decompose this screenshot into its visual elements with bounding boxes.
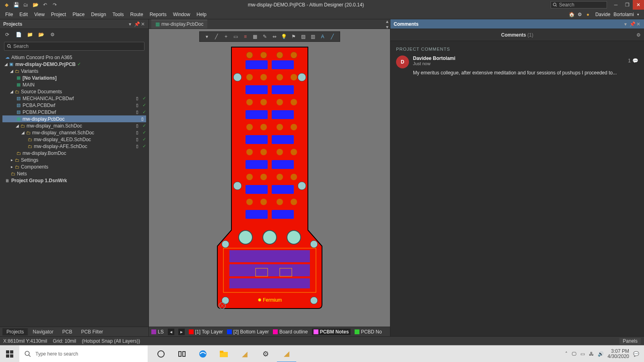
- minimize-button[interactable]: ─: [610, 0, 621, 10]
- report-icon[interactable]: ▥: [310, 34, 316, 39]
- tree-file-pcba[interactable]: ▧PCBA.PCBDwf▯✓: [2, 102, 146, 109]
- cortana-icon[interactable]: [151, 346, 171, 362]
- layer-prev-icon[interactable]: ◂: [168, 329, 174, 335]
- tree-file-mainsch[interactable]: ◢🗀mw-display_main.SchDoc▯✓: [2, 122, 146, 129]
- undo-icon[interactable]: ↶: [42, 2, 48, 8]
- user-dropdown-icon[interactable]: ▾: [637, 12, 639, 16]
- line-icon[interactable]: ╱: [329, 34, 336, 39]
- tab-projects[interactable]: Projects: [2, 328, 28, 335]
- open-icon[interactable]: 📂: [32, 2, 39, 8]
- tree-settings[interactable]: ▸🗀Settings: [2, 156, 146, 163]
- user-avatar-icon[interactable]: ●: [586, 12, 592, 17]
- pcb-canvas[interactable]: ✹ Fermium: [149, 29, 390, 327]
- tab-pcb[interactable]: PCB: [58, 328, 76, 335]
- tree-no-variations[interactable]: ▦[No Variations]: [2, 74, 146, 81]
- align-icon[interactable]: ≡: [242, 34, 249, 39]
- tool-folder-icon[interactable]: 📁: [27, 32, 33, 37]
- tree-file-chsch[interactable]: ◢🗀mw-display_channel.SchDoc▯✓: [2, 129, 146, 136]
- collapse-icon[interactable]: ◢: [21, 130, 25, 135]
- home-icon[interactable]: 🏠: [569, 12, 574, 17]
- collapse-icon[interactable]: ◢: [4, 62, 8, 66]
- menu-help[interactable]: Help: [194, 11, 209, 18]
- tray-display-icon[interactable]: 🖵: [572, 351, 576, 357]
- panel-close-icon[interactable]: ✕: [140, 21, 145, 27]
- explorer-icon[interactable]: [214, 346, 233, 362]
- tree-project-group[interactable]: 🗎Project Group 1.DsnWrk: [2, 177, 146, 184]
- settings-app-icon[interactable]: ⚙: [256, 346, 275, 362]
- tray-volume-icon[interactable]: 🔊: [598, 351, 604, 357]
- tree-file-bom[interactable]: 🗀mw-display.BomDoc: [2, 150, 146, 156]
- ls-label[interactable]: LS: [158, 329, 164, 335]
- menu-view[interactable]: View: [31, 11, 47, 18]
- tree-file-ledsch[interactable]: 🗀mw-display_4LED.SchDoc▯✓: [2, 136, 146, 143]
- tab-scroll[interactable]: ▴▾: [384, 19, 390, 30]
- tab-pcbfilter[interactable]: PCB Filter: [77, 328, 107, 335]
- maximize-button[interactable]: ❐: [621, 0, 633, 10]
- tree-main-variant[interactable]: ▦MAIN: [2, 81, 146, 88]
- flag-icon[interactable]: ⚑: [291, 34, 297, 39]
- refresh-icon[interactable]: ⟳: [4, 32, 10, 37]
- settings-icon[interactable]: ⚙: [578, 12, 583, 17]
- comp-icon[interactable]: ▦: [252, 34, 258, 39]
- tool-folder2-icon[interactable]: 📂: [38, 32, 44, 37]
- altium-icon[interactable]: ◢: [235, 346, 254, 362]
- menu-file[interactable]: File: [2, 11, 16, 18]
- layer-outline[interactable]: Board outline: [273, 329, 308, 335]
- dim-icon[interactable]: ⇔: [271, 34, 278, 39]
- collapse-icon[interactable]: ◢: [10, 69, 14, 73]
- tree-variants[interactable]: ◢🗀Variants: [2, 68, 146, 74]
- redo-icon[interactable]: ↷: [52, 2, 58, 8]
- menu-route[interactable]: Route: [128, 11, 146, 18]
- menu-reports[interactable]: Reports: [147, 11, 169, 18]
- taskbar-search[interactable]: Type here to search: [19, 346, 148, 362]
- filter-icon[interactable]: ▾: [204, 34, 210, 39]
- menu-window[interactable]: Window: [170, 11, 193, 18]
- comment-item[interactable]: D Davidee Bortolami Just now 1 💬 My emer…: [396, 56, 638, 76]
- tree-project[interactable]: ◢▣mw-display-DEMO.PrjPCB✓: [2, 61, 146, 68]
- close-button[interactable]: ✕: [633, 0, 644, 10]
- tab-navigator[interactable]: Navigator: [29, 328, 57, 335]
- tray-battery-icon[interactable]: ▭: [580, 351, 585, 357]
- expand-icon[interactable]: ▸: [10, 165, 14, 169]
- menu-design[interactable]: Design: [88, 11, 109, 18]
- tree-file-pcbm[interactable]: ▧PCBM.PCBDwf▯✓: [2, 109, 146, 115]
- menu-tools[interactable]: Tools: [110, 11, 127, 18]
- layer-bottom[interactable]: [2] Bottom Layer: [227, 329, 269, 335]
- panel-pin-icon[interactable]: 📌: [630, 21, 634, 27]
- route-icon[interactable]: ╱: [213, 34, 220, 39]
- tray-chevron-icon[interactable]: ˄: [565, 351, 568, 357]
- tool-gear-icon[interactable]: ⚙: [49, 32, 56, 37]
- tree-source-docs[interactable]: ◢🗀Source Documents: [2, 88, 146, 95]
- global-search[interactable]: Search: [551, 1, 607, 8]
- gear-icon[interactable]: ⚙: [636, 32, 641, 38]
- tree-file-afesch[interactable]: 🗀mw-display-AFE.SchDoc▯✓: [2, 143, 146, 150]
- save-icon[interactable]: 💾: [13, 2, 19, 8]
- tool-sheet-icon[interactable]: 📄: [15, 32, 22, 37]
- layer-pcbmnotes[interactable]: PCBM Notes: [312, 329, 351, 335]
- layer-top[interactable]: [1] Top Layer: [189, 329, 223, 335]
- panel-dropdown-icon[interactable]: ▾: [623, 21, 628, 27]
- rect-icon[interactable]: ▭: [233, 34, 239, 39]
- panel-close-icon[interactable]: ✕: [636, 21, 641, 27]
- menu-edit[interactable]: Edit: [17, 11, 31, 18]
- tree-cloud-root[interactable]: ☁Altium Concord Pro on A365: [2, 54, 146, 61]
- menu-project[interactable]: Project: [48, 11, 69, 18]
- tree-file-pcbdoc[interactable]: ▦mw-display.PcbDoc▯: [2, 115, 146, 122]
- taskview-icon[interactable]: [172, 346, 192, 362]
- projects-search[interactable]: Search: [4, 42, 144, 51]
- document-tab-pcbdoc[interactable]: ▦ mw-display.PcbDoc: [151, 20, 207, 29]
- panel-dropdown-icon[interactable]: ▾: [128, 21, 132, 27]
- menu-place[interactable]: Place: [70, 11, 87, 18]
- measure-icon[interactable]: ✎: [262, 34, 268, 39]
- start-button[interactable]: [0, 346, 19, 362]
- tray-network-icon[interactable]: 🖧: [589, 351, 594, 357]
- text-icon[interactable]: A: [320, 34, 326, 39]
- panels-button[interactable]: Panels: [619, 338, 641, 344]
- saveall-icon[interactable]: 🗂: [23, 2, 29, 8]
- lightbulb-icon[interactable]: 💡: [281, 34, 287, 39]
- via-icon[interactable]: +: [223, 34, 229, 39]
- collapse-icon[interactable]: ◢: [10, 89, 14, 94]
- expand-icon[interactable]: ▸: [10, 158, 14, 162]
- layer-pcbd[interactable]: PCBD No: [355, 329, 382, 335]
- edge-icon[interactable]: [193, 346, 213, 362]
